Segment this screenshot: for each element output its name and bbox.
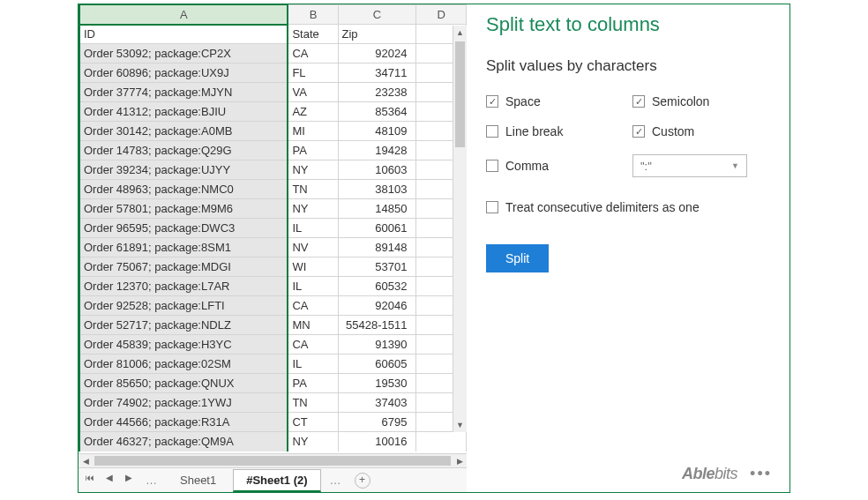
cell[interactable]: NV [288,238,338,257]
tab-sheet1[interactable]: Sheet1 [167,469,229,491]
cell[interactable]: IL [288,354,338,374]
custom-delimiter-select[interactable]: ":" ▼ [632,154,747,177]
scroll-thumb[interactable] [455,41,465,147]
vertical-scrollbar[interactable]: ▲ ▼ [453,26,467,432]
checkbox-comma[interactable]: Comma [486,154,624,177]
cell[interactable]: Order 57801; package:M9M6 [79,199,288,219]
col-header-C[interactable]: C [338,5,416,25]
cell[interactable]: Order 12370; package:L7AR [79,277,288,296]
tab-more-left[interactable]: … [140,474,163,487]
cell[interactable]: 38103 [338,180,416,199]
cell[interactable]: 92024 [338,44,416,63]
checkbox-space[interactable]: Space [486,94,624,108]
hscroll-thumb[interactable] [94,456,451,466]
cell[interactable]: MI [288,122,338,141]
cell[interactable]: CT [288,413,338,432]
brand-area: Ablebits ••• [682,465,772,483]
cell[interactable]: Order 92528; package:LFTI [79,296,288,316]
cell[interactable]: 23238 [338,83,416,102]
checkbox-semicolon[interactable]: Semicolon [632,94,770,108]
cell[interactable]: CA [288,335,338,354]
cell[interactable]: Order 53092; package:CP2X [79,44,288,63]
cell[interactable]: 91390 [338,335,416,354]
cell[interactable]: State [288,25,338,44]
cell[interactable]: TN [288,180,338,199]
cell[interactable]: TN [288,393,338,413]
tab-nav-prev-icon[interactable]: ◀ [101,473,117,489]
scroll-down-icon[interactable]: ▼ [453,418,467,432]
cell[interactable]: Order 44566; package:R31A [79,413,288,432]
cell[interactable]: IL [288,219,338,238]
checkbox-icon [486,95,498,108]
grid[interactable]: A B C D IDStateZipOrder 53092; package:C… [79,4,467,453]
cell[interactable]: Order 39234; package:UJYY [79,160,288,180]
split-panel: Split text to columns Split values by ch… [467,4,789,492]
cell[interactable]: Order 61891; package:8SM1 [79,238,288,257]
cell[interactable]: 10016 [338,432,416,451]
cell[interactable]: MN [288,316,338,335]
split-button[interactable]: Split [486,244,549,272]
cell[interactable]: Zip [338,25,416,44]
cell[interactable]: PA [288,374,338,393]
scroll-right-icon[interactable]: ▶ [453,454,467,468]
cell[interactable]: 60532 [338,277,416,296]
scroll-up-icon[interactable]: ▲ [453,26,467,40]
cell[interactable]: 6795 [338,413,416,432]
tab-nav-first-icon[interactable]: ⏮ [82,473,98,489]
cell[interactable]: 53701 [338,257,416,277]
cell[interactable]: IL [288,277,338,296]
cell[interactable]: Order 46327; package:QM9A [79,432,288,451]
tab-sheet1-2[interactable]: #Sheet1 (2) [233,469,320,492]
cell[interactable]: Order 96595; package:DWC3 [79,219,288,238]
cell[interactable]: 48109 [338,122,416,141]
cell[interactable]: Order 52717; package:NDLZ [79,316,288,335]
cell[interactable]: CA [288,296,338,316]
cell[interactable]: Order 75067; package:MDGI [79,257,288,277]
more-menu-icon[interactable]: ••• [750,465,772,483]
cell[interactable]: Order 41312; package:BJIU [79,102,288,122]
cell[interactable]: Order 37774; package:MJYN [79,83,288,102]
cell[interactable]: PA [288,141,338,160]
cell[interactable]: Order 30142; package:A0MB [79,122,288,141]
cell[interactable]: 19530 [338,374,416,393]
scroll-left-icon[interactable]: ◀ [79,454,93,468]
cell[interactable]: Order 85650; package:QNUX [79,374,288,393]
cell[interactable]: VA [288,83,338,102]
cell[interactable]: Order 48963; package:NMC0 [79,180,288,199]
checkbox-custom[interactable]: Custom [632,124,770,138]
cell[interactable]: AZ [288,102,338,122]
cell[interactable]: 10603 [338,160,416,180]
col-header-B[interactable]: B [288,5,338,25]
cell[interactable]: 55428-1511 [338,316,416,335]
checkbox-treat-consecutive[interactable]: Treat consecutive delimiters as one [486,200,770,214]
col-header-A[interactable]: A [79,5,288,25]
cell[interactable]: ID [79,25,288,44]
tab-nav-next-icon[interactable]: ▶ [121,473,137,489]
cell[interactable] [416,432,467,451]
cell[interactable]: NY [288,199,338,219]
cell[interactable]: Order 45839; package:H3YC [79,335,288,354]
cell[interactable]: WI [288,257,338,277]
cell[interactable]: 85364 [338,102,416,122]
horizontal-scrollbar[interactable]: ◀ ▶ [79,453,467,467]
cell[interactable]: FL [288,63,338,83]
checkbox-linebreak[interactable]: Line break [486,124,624,138]
cell[interactable]: 60605 [338,354,416,374]
cell[interactable]: CA [288,44,338,63]
tab-more-right[interactable]: … [325,474,348,487]
cell[interactable]: 89148 [338,238,416,257]
cell[interactable]: Order 14783; package:Q29G [79,141,288,160]
cell[interactable]: 34711 [338,63,416,83]
add-sheet-button[interactable]: + [355,473,370,489]
cell[interactable]: 60061 [338,219,416,238]
cell[interactable]: Order 60896; package:UX9J [79,63,288,83]
cell[interactable]: Order 74902; package:1YWJ [79,393,288,413]
cell[interactable]: 19428 [338,141,416,160]
cell[interactable]: 92046 [338,296,416,316]
cell[interactable]: 37403 [338,393,416,413]
cell[interactable]: NY [288,432,338,451]
col-header-D[interactable]: D [416,5,467,25]
cell[interactable]: 14850 [338,199,416,219]
cell[interactable]: Order 81006; package:02SM [79,354,288,374]
cell[interactable]: NY [288,160,338,180]
